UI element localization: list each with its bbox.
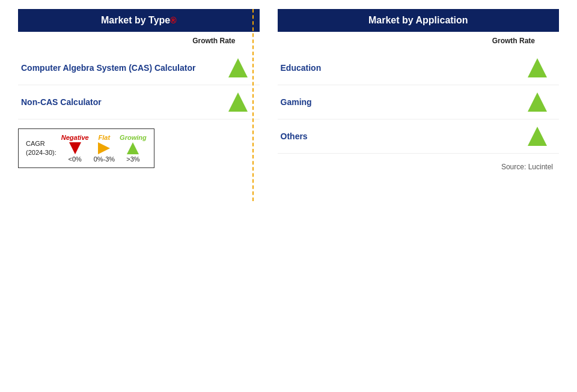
left-item-label-0: Computer Algebra System (CAS) Calculator — [21, 62, 228, 73]
legend-flat-value: 0%-3% — [94, 155, 115, 163]
right-item-row-2: Others — [278, 119, 559, 154]
right-panel: Market by Application Growth Rate Educat… — [278, 9, 559, 171]
legend-negative-value: <0% — [69, 155, 82, 163]
right-item-label-1: Gaming — [281, 97, 528, 107]
right-panel-title: Market by Application — [368, 15, 468, 25]
cagr-legend-box: CAGR (2024-30): Negative <0% Flat 0%-3% … — [18, 128, 154, 168]
legend-growing-label: Growing — [120, 134, 147, 141]
right-item-label-0: Education — [281, 62, 528, 73]
arrow-up-green-small-icon — [127, 142, 139, 154]
right-panel-header: Market by Application — [278, 9, 559, 32]
left-panel-header: Market by Type® — [18, 9, 260, 32]
left-item-row-1: Non-CAS Calculator — [18, 85, 260, 119]
right-arrow-up-green-1 — [528, 92, 547, 112]
right-items-section: Education Gaming Others — [278, 51, 559, 154]
left-panel: Market by Type® Growth Rate Computer Alg… — [18, 9, 260, 171]
right-item-label-2: Others — [281, 131, 528, 142]
arrow-right-orange-icon — [98, 142, 110, 154]
arrow-up-green-1 — [228, 92, 248, 112]
right-arrow-up-green-0 — [528, 58, 547, 77]
cagr-title: CAGR (2024-30): — [26, 139, 56, 158]
left-panel-title: Market by Type — [101, 15, 170, 25]
legend-growing-value: >3% — [126, 155, 139, 163]
legend-growing: Growing >3% — [120, 134, 147, 163]
right-arrow-up-green-2 — [528, 127, 547, 146]
arrow-up-green-0 — [228, 58, 248, 77]
right-growth-rate-label: Growth Rate — [278, 37, 559, 45]
left-items-section: Computer Algebra System (CAS) Calculator… — [18, 51, 260, 119]
left-item-row-0: Computer Algebra System (CAS) Calculator — [18, 51, 260, 85]
registered-mark: ® — [170, 16, 176, 25]
legend-negative-label: Negative — [61, 134, 89, 141]
legend-flat-label: Flat — [99, 134, 111, 141]
left-growth-rate-label: Growth Rate — [18, 37, 260, 45]
legend-flat: Flat 0%-3% — [94, 134, 115, 163]
vertical-divider — [252, 9, 254, 201]
source-text: Source: Lucintel — [278, 163, 559, 171]
right-item-row-1: Gaming — [278, 85, 559, 119]
arrow-down-red-icon — [69, 142, 81, 154]
right-item-row-0: Education — [278, 51, 559, 85]
legend-negative: Negative <0% — [61, 134, 89, 163]
left-item-label-1: Non-CAS Calculator — [21, 97, 228, 107]
